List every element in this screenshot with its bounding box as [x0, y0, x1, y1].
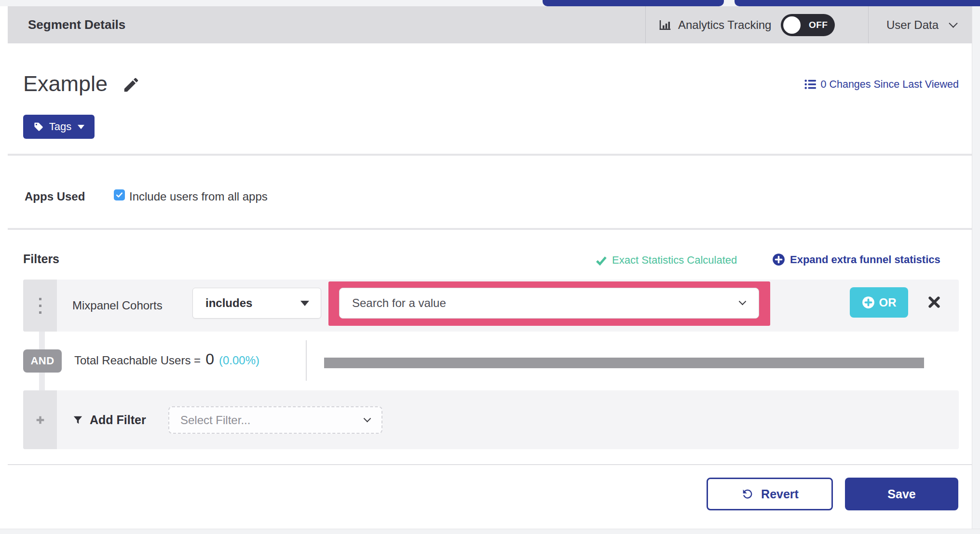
include-all-apps-checkbox[interactable]: [114, 189, 125, 200]
plus-icon: [34, 414, 46, 426]
drag-dot: [39, 298, 41, 300]
plus-circle-icon: [772, 253, 785, 266]
value-search-select[interactable]: Search for a value: [339, 288, 759, 319]
caret-down-icon: [300, 301, 309, 306]
exact-statistics-status: Exact Statistics Calculated: [595, 254, 737, 267]
analytics-tracking-group: Analytics Tracking OFF: [658, 6, 835, 43]
vertical-divider: [306, 340, 307, 381]
tag-icon: [33, 121, 44, 132]
edit-name-button[interactable]: [122, 76, 140, 94]
chevron-down-icon: [949, 19, 957, 27]
drag-dot: [39, 305, 41, 307]
save-button[interactable]: Save: [845, 478, 958, 510]
add-filter-row: [23, 390, 959, 449]
user-data-label: User Data: [886, 18, 939, 32]
or-button-label: OR: [879, 296, 897, 309]
analytics-tracking-toggle[interactable]: OFF: [781, 14, 835, 36]
exact-statistics-label: Exact Statistics Calculated: [612, 254, 737, 267]
changes-link-label: 0 Changes Since Last Viewed: [821, 79, 959, 91]
page-bottom-gutter: [0, 529, 980, 534]
remove-filter-button[interactable]: [927, 295, 941, 309]
select-filter-dropdown[interactable]: Select Filter...: [168, 406, 382, 434]
bar-chart-icon: [658, 18, 672, 32]
reachable-users-percent: (0.00%): [219, 354, 259, 367]
value-search-placeholder: Search for a value: [352, 296, 446, 310]
page-right-gutter: [972, 6, 980, 529]
total-reachable-users: Total Reachable Users = 0 (0.00%): [74, 350, 259, 368]
toggle-state-label: OFF: [809, 14, 828, 36]
section-divider: [8, 228, 972, 230]
drag-handle[interactable]: [23, 280, 57, 332]
and-conjunction-badge: AND: [23, 349, 62, 373]
changes-since-last-viewed-link[interactable]: 0 Changes Since Last Viewed: [804, 78, 959, 91]
reachable-users-progress-bar: [324, 358, 924, 368]
expand-funnel-statistics-link[interactable]: Expand extra funnel statistics: [772, 253, 940, 266]
add-or-button[interactable]: OR: [850, 287, 908, 318]
expand-funnel-statistics-label: Expand extra funnel statistics: [790, 254, 940, 266]
top-cutoff-button-right[interactable]: [735, 0, 980, 6]
save-button-label: Save: [887, 487, 915, 501]
section-divider: [8, 154, 972, 156]
operator-value: includes: [205, 296, 252, 310]
drag-dot: [39, 311, 41, 314]
reachable-users-label: Total Reachable Users =: [74, 354, 201, 367]
header-divider: [645, 6, 646, 43]
close-icon: [927, 295, 941, 309]
select-filter-placeholder: Select Filter...: [180, 414, 250, 427]
reachable-users-value: 0: [205, 350, 214, 368]
tags-button-label: Tags: [49, 120, 71, 133]
revert-icon: [741, 487, 754, 501]
funnel-icon: [72, 414, 83, 426]
plus-circle-icon: [862, 296, 875, 309]
list-icon: [804, 78, 817, 91]
operator-select[interactable]: includes: [192, 288, 321, 319]
chevron-down-icon: [739, 298, 747, 306]
toggle-knob: [783, 16, 801, 34]
segment-details-page: Segment Details Analytics Tracking OFF U…: [0, 0, 980, 534]
revert-button-label: Revert: [761, 487, 799, 501]
user-data-dropdown[interactable]: User Data: [886, 6, 956, 43]
chevron-down-icon: [364, 414, 371, 422]
apps-used-label: Apps Used: [25, 190, 85, 203]
checkmark-icon: [595, 254, 607, 267]
analytics-tracking-label: Analytics Tracking: [678, 18, 771, 32]
check-icon: [115, 191, 123, 199]
page-title: Segment Details: [28, 6, 125, 43]
header-bar: Segment Details Analytics Tracking OFF U…: [8, 6, 972, 43]
filter-name-label: Mixpanel Cohorts: [72, 280, 163, 332]
top-cutoff-button-left[interactable]: [543, 0, 724, 6]
footer-divider: [8, 464, 972, 465]
add-filter-plus-strip[interactable]: [23, 390, 57, 449]
caret-down-icon: [78, 125, 84, 129]
revert-button[interactable]: Revert: [707, 478, 833, 510]
segment-name: Example: [23, 71, 108, 96]
pencil-icon: [122, 76, 140, 94]
filters-heading: Filters: [23, 252, 59, 266]
add-filter-label: Add Filter: [90, 413, 146, 427]
header-divider: [868, 6, 869, 43]
tags-button[interactable]: Tags: [23, 115, 95, 139]
include-all-apps-label: Include users from all apps: [129, 190, 268, 203]
add-filter-label-group: Add Filter: [72, 390, 146, 449]
